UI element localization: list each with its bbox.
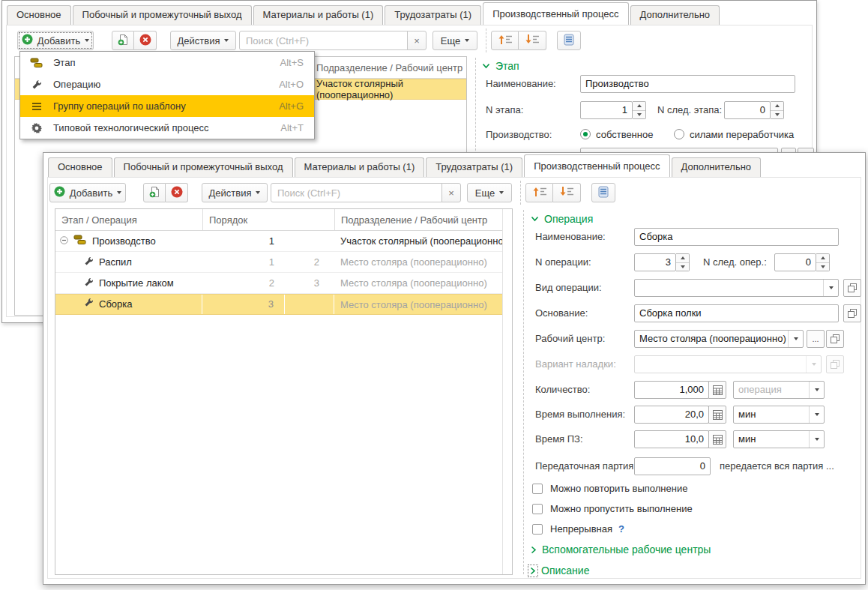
next-operation-spinner[interactable] xyxy=(816,253,830,271)
tab-labor[interactable]: Трудозатраты (1) xyxy=(385,5,481,25)
checkbox-continuous-label[interactable]: Непрерывная? xyxy=(550,523,624,535)
radio-contractor-label[interactable]: силами переработчика xyxy=(690,129,794,141)
delete-button[interactable] xyxy=(134,31,157,50)
execution-time-input[interactable]: 20,0 xyxy=(634,406,709,424)
column-header-dept[interactable]: Подразделение / Рабочий центр xyxy=(316,62,462,73)
move-up-button[interactable] xyxy=(525,183,553,202)
checkbox-continuous[interactable] xyxy=(532,524,543,535)
tab-main[interactable]: Основное xyxy=(48,157,112,177)
open-form-button[interactable] xyxy=(826,330,844,348)
description-section-header[interactable]: Описание xyxy=(530,565,589,577)
clear-icon: × xyxy=(448,187,454,199)
panel-splitter[interactable] xyxy=(523,210,524,574)
checkbox-skip-execution[interactable] xyxy=(532,504,543,514)
aux-work-centers-section-header[interactable]: Вспомогательные рабочие центры xyxy=(531,544,711,556)
move-up-button[interactable] xyxy=(491,31,519,50)
copy-button[interactable] xyxy=(143,183,166,202)
transfer-batch-input[interactable]: 0 xyxy=(634,457,711,475)
menu-item-operation-group-template[interactable]: Группу операций по шаблону Alt+G xyxy=(20,95,314,117)
copy-button[interactable] xyxy=(112,31,134,50)
chevron-down-icon xyxy=(256,191,260,194)
next-stage-input[interactable]: 0 xyxy=(724,101,771,119)
combo-dropdown-button[interactable] xyxy=(809,406,824,423)
quantity-label: Количество: xyxy=(535,381,590,399)
checkbox-skip-label[interactable]: Можно пропустить выполнение xyxy=(550,503,693,515)
menu-item-typical-process[interactable]: Типовой технологический процесс Alt+T xyxy=(20,117,314,139)
group-by-levels-button[interactable] xyxy=(557,31,581,50)
stage-number-spinner[interactable] xyxy=(633,101,646,119)
calculator-button[interactable] xyxy=(708,381,726,399)
clear-search-button[interactable]: × xyxy=(441,183,461,202)
tab-byproduct-output[interactable]: Побочный и промежуточный выход xyxy=(73,5,252,25)
tab-main[interactable]: Основное xyxy=(7,5,71,25)
operation-kind-combo[interactable] xyxy=(634,279,839,297)
operation-name-input[interactable]: Сборка xyxy=(634,228,839,246)
combo-dropdown-button[interactable] xyxy=(788,331,803,347)
tab-labor[interactable]: Трудозатраты (1) xyxy=(426,157,522,177)
tab-byproduct-output[interactable]: Побочный и промежуточный выход xyxy=(114,157,293,177)
radio-own-label[interactable]: собственное xyxy=(596,129,653,141)
basis-input[interactable]: Сборка полки xyxy=(634,304,839,322)
actions-button[interactable]: Действия xyxy=(170,31,236,50)
tab-additional[interactable]: Дополнительно xyxy=(630,5,720,25)
column-header-order[interactable]: Порядок xyxy=(202,209,334,230)
column-header-stage[interactable]: Этап / Операция xyxy=(55,214,202,226)
checkbox-repeat-execution[interactable] xyxy=(532,484,543,494)
tab-production-process[interactable]: Производственный процесс xyxy=(524,154,669,177)
operation-number-input[interactable]: 3 xyxy=(634,253,676,271)
tree-collapse-icon[interactable] xyxy=(60,235,68,247)
operation-number-spinner[interactable] xyxy=(676,253,690,271)
radio-contractor[interactable] xyxy=(674,129,684,139)
delete-button[interactable] xyxy=(166,183,188,202)
stage-name-input[interactable]: Производство xyxy=(580,75,795,93)
calculator-icon xyxy=(713,435,723,445)
work-center-label: Рабочий центр: xyxy=(535,330,605,348)
move-down-button[interactable] xyxy=(519,31,546,50)
stage-section-header[interactable]: Этап xyxy=(482,60,519,72)
tab-production-process[interactable]: Производственный процесс xyxy=(483,2,628,25)
setup-time-unit-combo[interactable]: мин xyxy=(733,430,825,448)
tab-materials[interactable]: Материалы и работы (1) xyxy=(253,5,384,25)
add-button[interactable]: Добавить xyxy=(49,183,126,202)
more-button[interactable]: Еще xyxy=(433,31,477,50)
combo-dropdown-button[interactable] xyxy=(809,431,824,448)
work-center-combo[interactable]: Место столяра (пооперационно) xyxy=(634,330,804,348)
open-form-button[interactable] xyxy=(843,304,861,322)
quantity-input[interactable]: 1,000 xyxy=(634,381,709,399)
menu-item-operation[interactable]: Операцию Alt+O xyxy=(20,73,314,95)
menu-item-stage[interactable]: Этап Alt+S xyxy=(20,52,314,73)
quantity-unit-combo[interactable]: операция xyxy=(733,381,825,399)
tab-materials[interactable]: Материалы и работы (1) xyxy=(295,157,425,177)
search-input[interactable]: Поиск (Ctrl+F) xyxy=(239,31,408,50)
operation-section-header[interactable]: Операция xyxy=(531,213,593,225)
execution-time-unit-combo[interactable]: мин xyxy=(733,406,825,424)
checkbox-repeat-label[interactable]: Можно повторить выполнение xyxy=(550,483,687,495)
combo-dropdown-button[interactable] xyxy=(823,280,838,296)
next-operation-input[interactable]: 0 xyxy=(774,253,816,271)
column-header-dept[interactable]: Подразделение / Рабочий центр xyxy=(334,209,512,230)
stage-operation-table[interactable]: Этап / Операция Порядок Подразделение / … xyxy=(55,208,513,575)
stage-number-input[interactable]: 1 xyxy=(580,101,633,119)
actions-button[interactable]: Действия xyxy=(202,183,268,202)
calculator-button[interactable] xyxy=(708,406,726,424)
open-form-button[interactable] xyxy=(843,279,861,297)
table-row-stage[interactable]: Производство 1 Участок столярный (поопер… xyxy=(55,231,512,252)
clear-search-button[interactable]: × xyxy=(407,31,427,50)
table-row-operation[interactable]: Покрытие лаком 2 3 Место столяра (поопер… xyxy=(55,273,512,294)
help-link[interactable]: ? xyxy=(618,523,624,535)
next-stage-spinner[interactable] xyxy=(771,101,784,119)
search-input[interactable]: Поиск (Ctrl+F) xyxy=(271,183,442,202)
add-button[interactable]: Добавить xyxy=(17,31,94,50)
radio-own-production[interactable] xyxy=(580,129,591,139)
choose-button[interactable]: ... xyxy=(807,330,825,348)
vertical-scrollbar[interactable] xyxy=(502,209,512,574)
combo-dropdown-button[interactable] xyxy=(809,382,824,398)
table-row-operation[interactable]: Распил 1 2 Место столяра (пооперационно) xyxy=(55,252,512,273)
group-by-levels-button[interactable] xyxy=(591,183,615,202)
move-down-button[interactable] xyxy=(553,183,581,202)
more-button[interactable]: Еще xyxy=(467,183,512,202)
calculator-button[interactable] xyxy=(708,430,726,448)
setup-time-input[interactable]: 10,0 xyxy=(634,430,709,448)
table-row-operation-selected[interactable]: Сборка 3 Место столяра (пооперационно) xyxy=(55,294,512,315)
tab-additional[interactable]: Дополнительно xyxy=(672,157,762,177)
